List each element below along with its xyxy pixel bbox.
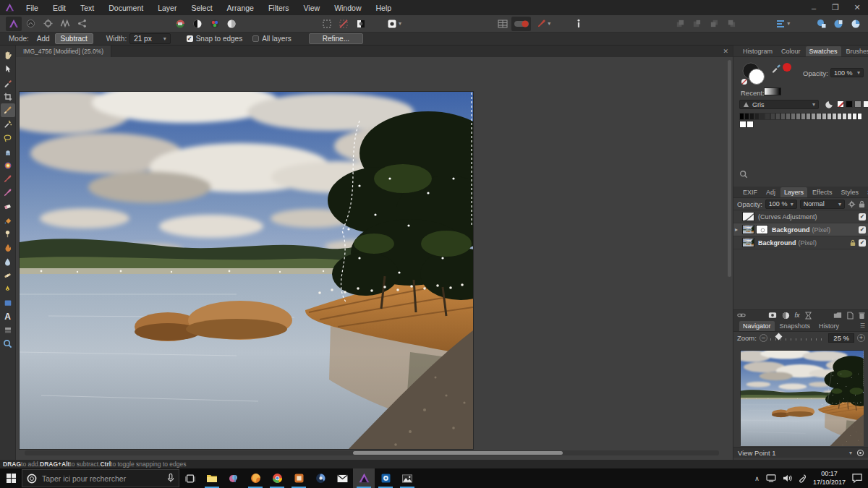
grey-swatch-cell[interactable] [791, 113, 796, 120]
grey-swatch-cell[interactable] [749, 113, 754, 120]
add-mask-icon[interactable] [768, 312, 777, 319]
menu-text[interactable]: Text [73, 1, 101, 14]
grey-swatch-cell[interactable] [754, 113, 760, 120]
tab-navigator[interactable]: Navigator [739, 321, 775, 331]
width-dropdown[interactable]: 21 px▾ [129, 33, 170, 44]
mask-thumbnail[interactable] [756, 225, 768, 234]
task-view-button[interactable] [179, 468, 201, 488]
close-button[interactable]: ✕ [846, 0, 868, 15]
text-tool[interactable]: A [1, 309, 15, 323]
mode-add-button[interactable]: Add [32, 34, 55, 43]
grey-swatch-cell[interactable] [837, 113, 842, 120]
grey-swatch-cell[interactable] [786, 113, 791, 120]
recent-swatch-cell[interactable] [746, 121, 754, 128]
grey-swatch-cell[interactable] [827, 113, 832, 120]
auto-levels-button[interactable] [173, 17, 189, 31]
grey-swatch-cell[interactable] [847, 113, 852, 120]
assistant-table-icon[interactable] [495, 17, 511, 31]
grey-swatch-cell[interactable] [739, 113, 744, 120]
swatch-grey[interactable] [854, 100, 861, 108]
recent-swatch-cell[interactable] [739, 121, 746, 128]
tab-close-icon[interactable]: ✕ [723, 48, 728, 55]
tab-swatches[interactable]: Swatches [806, 46, 841, 56]
volume-icon[interactable] [783, 474, 792, 482]
liquify-persona-button[interactable] [23, 17, 39, 31]
layer-thumbnail[interactable] [742, 238, 754, 247]
active-colour-dot[interactable] [783, 63, 791, 72]
document-tab[interactable]: IMG_4756 [Modified] (25.0%) [16, 46, 111, 57]
microphone-icon[interactable] [167, 474, 174, 484]
vertical-scrollbar-thumb[interactable] [728, 60, 731, 277]
zoom-out-button[interactable]: – [760, 334, 767, 342]
view-tool[interactable] [1, 48, 15, 62]
freehand-selection-tool[interactable] [1, 131, 15, 145]
zoom-in-button[interactable]: + [857, 334, 865, 342]
tab-history[interactable]: History [815, 321, 843, 331]
rectangle-tool[interactable] [1, 296, 15, 309]
colour-picker-tool[interactable] [1, 76, 15, 90]
swatch-search-icon[interactable] [739, 170, 748, 179]
burn-brush-tool[interactable] [1, 241, 15, 254]
grey-swatch-cell[interactable] [832, 113, 837, 120]
grey-swatch-cell[interactable] [857, 113, 862, 120]
tray-expand-icon[interactable]: ∧ [754, 475, 760, 482]
group-layers-icon[interactable] [833, 312, 842, 319]
develop-persona-button[interactable] [40, 17, 56, 31]
zoom-value[interactable]: 25 % [828, 333, 854, 343]
add-live-filter-icon[interactable] [805, 312, 812, 320]
tab-effects[interactable]: Effects [809, 187, 835, 197]
auto-colour-button[interactable] [207, 17, 223, 31]
firefox-icon[interactable] [244, 468, 266, 488]
palette-dropdown[interactable]: Gris▾ [739, 100, 819, 109]
palette-options-icon[interactable] [825, 100, 833, 109]
blur-brush-tool[interactable] [1, 254, 15, 268]
mail-icon[interactable] [331, 468, 353, 488]
tab-histogram[interactable]: Histogram [739, 46, 776, 56]
greys-swatch-grid[interactable] [739, 113, 864, 120]
photos-app-icon[interactable] [396, 468, 418, 488]
tab-stock[interactable]: Stock [864, 187, 868, 197]
grey-swatch-cell[interactable] [796, 113, 801, 120]
mesh-warp-tool[interactable] [1, 323, 15, 337]
photo-persona-button[interactable] [6, 17, 22, 31]
network-icon[interactable] [766, 474, 776, 482]
horizontal-scrollbar-thumb[interactable] [353, 451, 563, 455]
eyedropper-icon[interactable] [771, 63, 781, 73]
menu-file[interactable]: File [19, 1, 46, 14]
move-tool[interactable] [1, 62, 15, 76]
start-button[interactable] [0, 468, 22, 488]
auto-white-balance-button[interactable] [224, 17, 239, 31]
swatch-opacity-dropdown[interactable]: 100 %▾ [830, 68, 864, 77]
layer-row-background[interactable]: Background (Pixel) ✓ [733, 236, 868, 249]
dodge-brush-tool[interactable] [1, 227, 15, 241]
clone-brush-tool[interactable] [1, 145, 15, 158]
tab-exif[interactable]: EXIF [739, 187, 761, 197]
colour-wells[interactable] [741, 61, 770, 87]
assistant-toggle[interactable] [511, 17, 531, 31]
tray-pen-icon[interactable] [799, 474, 807, 483]
taskbar-clock[interactable]: 00:17 17/10/2017 [813, 470, 846, 487]
invert-selection-icon[interactable] [353, 17, 369, 31]
paint-app-icon[interactable] [223, 468, 244, 488]
greys-swatch-row2[interactable] [739, 121, 754, 128]
file-explorer-icon[interactable] [201, 468, 223, 488]
menu-layer[interactable]: Layer [150, 1, 184, 14]
grey-swatch-cell[interactable] [780, 113, 786, 120]
menu-arrange[interactable]: Arrange [220, 1, 261, 14]
recent-swatch[interactable] [764, 87, 781, 95]
assistant-brush-button[interactable]: ▾ [532, 17, 555, 31]
menu-filters[interactable]: Filters [261, 1, 297, 14]
add-fx-icon[interactable]: fx [795, 312, 800, 319]
curves-layer-thumbnail[interactable] [742, 212, 754, 221]
pen-tool[interactable] [1, 282, 15, 296]
snapping-candidates-icon[interactable] [830, 17, 846, 31]
swatch-none[interactable] [837, 100, 844, 108]
add-layer-icon[interactable] [847, 312, 854, 320]
tab-colour[interactable]: Colour [778, 46, 804, 56]
grey-swatch-cell[interactable] [760, 113, 765, 120]
paint-brush-tool[interactable] [1, 172, 15, 186]
erase-brush-tool[interactable] [1, 200, 15, 213]
colour-replacement-brush-tool[interactable] [1, 186, 15, 200]
restore-button[interactable]: ❐ [825, 0, 846, 15]
grey-swatch-cell[interactable] [775, 113, 780, 120]
